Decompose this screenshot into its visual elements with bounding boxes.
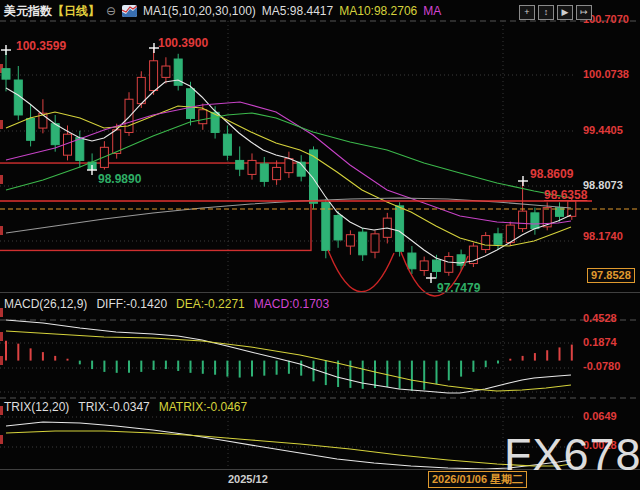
price-annotation: 97.7479 <box>437 281 480 295</box>
candle-body <box>285 159 293 173</box>
left-axis-fragment <box>0 226 3 235</box>
y-axis-label: 0.0649 <box>583 410 617 423</box>
ma10-value: MA10:98.2706 <box>339 4 417 18</box>
candle-body <box>408 253 416 269</box>
macd-title[interactable]: MACD(26,12,9) <box>4 297 87 311</box>
trix-title-row: TRIX(12,20) TRIX:-0.0347 MATRIX:-0.0467 <box>4 400 247 414</box>
candle-body <box>494 234 502 244</box>
left-axis-fragment <box>0 435 3 444</box>
candle-body <box>187 89 195 119</box>
drawn-arc <box>328 250 394 292</box>
candle-body <box>519 211 527 228</box>
axis-scale-icon[interactable]: ↕ <box>538 5 554 20</box>
trix-value: TRIX:-0.0347 <box>78 400 149 414</box>
chart-window: 美元指数【日线】 ⊖ MA1(5,10,20,30,100) MA5:98.44… <box>0 0 640 490</box>
trix-matrix-value: MATRIX:-0.0467 <box>159 400 247 414</box>
left-axis-fragment <box>0 308 3 317</box>
candle-body <box>433 260 441 271</box>
price-annotation: 98.6358 <box>544 188 587 202</box>
symbol-name: 美元指数 <box>4 4 52 18</box>
chart-canvas[interactable] <box>0 0 640 490</box>
indicator-thumbnail-icon[interactable] <box>122 5 137 17</box>
candle-body <box>359 232 367 255</box>
auto-scroll-icon[interactable]: ▶ <box>557 5 573 20</box>
candle-body <box>137 77 145 103</box>
candle-body <box>113 130 121 154</box>
candle-body <box>260 164 268 181</box>
pan-right-icon[interactable]: ↦ <box>576 5 592 20</box>
price-annotation: 100.3900 <box>158 36 208 50</box>
candle-body <box>199 110 207 124</box>
trix-matrix-line <box>6 431 571 466</box>
macd-diff-value: DIFF:-0.1420 <box>96 297 167 311</box>
x-axis-label: 2025/12 <box>228 473 268 485</box>
candle-body <box>396 206 404 251</box>
macd-macd-value: MACD:0.1703 <box>254 297 329 311</box>
left-axis-fragment <box>0 332 3 341</box>
candle-body <box>125 99 133 132</box>
candle-body <box>273 167 281 179</box>
price-annotation: 98.8609 <box>530 167 573 181</box>
ma5-value: MA5:98.4417 <box>262 4 333 18</box>
candle-body <box>420 261 428 271</box>
candle-body <box>223 134 231 155</box>
macd-dea-value: DEA:-0.2271 <box>176 297 245 311</box>
y-axis-label: 99.4405 <box>583 124 623 137</box>
period-label[interactable]: 【日线】 <box>52 4 100 18</box>
candle-body <box>371 234 379 252</box>
candle-body <box>482 236 490 250</box>
macd-title-row: MACD(26,12,9) DIFF:-0.1420 DEA:-0.2271 M… <box>4 297 329 311</box>
crosshair-price-label: 97.8528 <box>587 268 635 283</box>
ma100-line <box>6 198 571 233</box>
symbol-title: 美元指数【日线】 <box>4 3 100 20</box>
y-axis-label: 98.1740 <box>583 230 623 243</box>
candle-body <box>2 69 10 79</box>
candle-body <box>27 118 35 140</box>
candle-body <box>162 66 170 77</box>
left-axis-fragment <box>0 356 3 365</box>
collapse-icon[interactable]: ⊖ <box>106 5 116 17</box>
ma20-value: MA <box>423 4 441 18</box>
ma-group-label: MA1(5,10,20,30,100) <box>143 4 256 18</box>
header-bar: 美元指数【日线】 ⊖ MA1(5,10,20,30,100) MA5:98.44… <box>4 3 441 19</box>
left-axis-fragment <box>0 120 3 129</box>
trix-line <box>6 422 571 469</box>
price-annotation: 98.9890 <box>98 172 141 186</box>
y-axis-label: 100.0738 <box>583 68 629 81</box>
macd-diff-line <box>6 320 571 393</box>
chart-toolbar: +↕▶↦ <box>519 5 592 20</box>
fx678-watermark: FX678 <box>504 429 640 481</box>
trix-title[interactable]: TRIX(12,20) <box>4 400 69 414</box>
candle-body <box>76 138 84 161</box>
y-axis-label: 98.8073 <box>583 179 623 192</box>
candle-body <box>236 160 244 169</box>
y-axis-label: 0.4528 <box>583 312 617 325</box>
y-axis-label: -0.0780 <box>583 360 620 373</box>
candle-body <box>51 124 59 145</box>
crosshair-icon[interactable]: + <box>519 5 535 20</box>
candle-body <box>248 160 256 174</box>
candle-body <box>334 215 342 239</box>
candle-body <box>445 257 453 273</box>
y-axis-label: 0.1874 <box>583 336 617 349</box>
left-axis-fragment <box>0 406 3 415</box>
candle-body <box>150 61 158 91</box>
left-axis-fragment <box>0 175 3 184</box>
candle-body <box>531 213 539 229</box>
price-annotation: 100.3599 <box>16 39 66 53</box>
candle-body <box>346 235 354 246</box>
